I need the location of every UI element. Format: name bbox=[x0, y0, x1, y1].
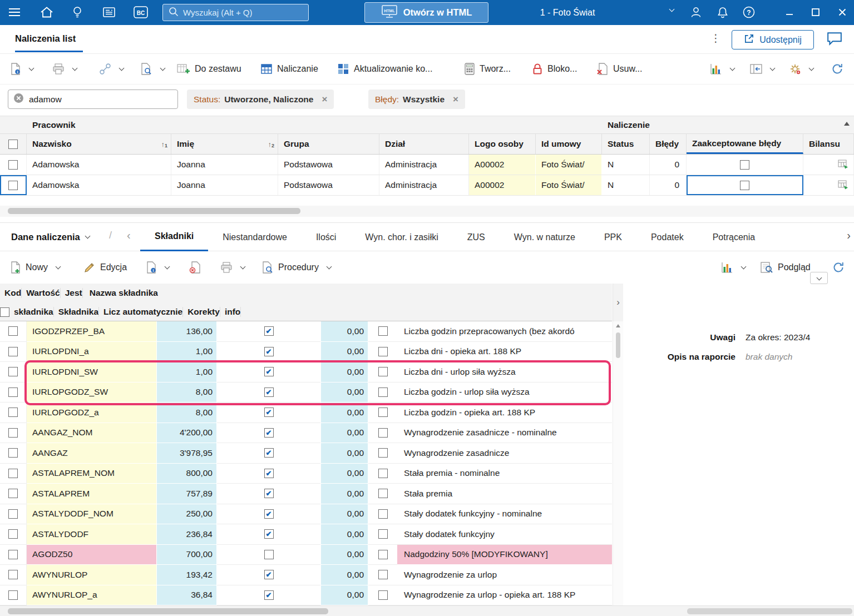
licz-checkbox[interactable] bbox=[264, 367, 274, 376]
cell-jest-info[interactable] bbox=[368, 362, 397, 382]
cell-licz-automatycznie[interactable] bbox=[217, 504, 320, 525]
nowy-button[interactable]: Nowy bbox=[10, 261, 60, 274]
chat-icon[interactable] bbox=[827, 32, 842, 48]
row-selector[interactable] bbox=[0, 443, 27, 464]
row-checkbox[interactable] bbox=[8, 448, 18, 458]
tab-wyn-w-naturze[interactable]: Wyn. w naturze bbox=[500, 223, 590, 251]
detail-refresh-icon[interactable] bbox=[832, 261, 845, 274]
row-selector[interactable] bbox=[0, 484, 27, 504]
scrollbar-thumb[interactable] bbox=[616, 332, 620, 358]
scrollbar-thumb[interactable] bbox=[8, 608, 328, 614]
col-licz-automatycznie[interactable]: Licz automatycznie bbox=[99, 307, 183, 317]
col-bledy[interactable]: Błędy bbox=[650, 134, 687, 154]
tab-naliczenia-list[interactable]: Naliczenia list bbox=[15, 25, 76, 52]
edycja-button[interactable]: Edycja bbox=[83, 261, 127, 274]
company-selector[interactable]: 1 - Foto Świat bbox=[512, 0, 623, 25]
licz-checkbox[interactable] bbox=[264, 448, 274, 458]
licz-checkbox[interactable] bbox=[264, 570, 274, 579]
col-bilansu[interactable]: Bilansu bbox=[803, 134, 854, 154]
maximize-icon[interactable] bbox=[809, 6, 822, 18]
select-all-checkbox[interactable] bbox=[0, 134, 27, 154]
settings-gear-button[interactable] bbox=[789, 63, 813, 75]
licz-checkbox[interactable] bbox=[264, 469, 274, 478]
cell-jest-info[interactable] bbox=[368, 403, 397, 423]
row-checkbox[interactable] bbox=[8, 550, 18, 559]
news-icon[interactable] bbox=[102, 6, 116, 18]
tab-wyn-chor-i-zasiłki[interactable]: Wyn. chor. i zasiłki bbox=[351, 223, 452, 251]
usuwanie-button[interactable]: Usuw... bbox=[596, 63, 642, 75]
info-checkbox[interactable] bbox=[378, 529, 388, 539]
col-kod-line2[interactable]: składnika bbox=[9, 307, 54, 317]
row-selector[interactable] bbox=[0, 545, 27, 565]
component-row[interactable]: ASTALYDODF_NOM 250,00 0,00 Stały dodatek… bbox=[0, 504, 612, 525]
opis-value[interactable]: brak danych bbox=[746, 352, 792, 362]
cell-jest-info[interactable] bbox=[368, 423, 397, 444]
naliczanie-button[interactable]: Naliczanie bbox=[260, 63, 318, 75]
cell-licz-automatycznie[interactable] bbox=[217, 464, 320, 484]
cell-licz-automatycznie[interactable] bbox=[217, 524, 320, 545]
component-row[interactable]: IURLOPGODZ_SW 8,00 0,00 Liczba godzin - … bbox=[0, 382, 612, 403]
row-checkbox[interactable] bbox=[8, 181, 18, 190]
cell-licz-automatycznie[interactable] bbox=[217, 443, 320, 464]
row-checkbox[interactable] bbox=[8, 529, 18, 539]
employee-row[interactable]: Adamowska Joanna Podstawowa Administracj… bbox=[0, 155, 854, 175]
row-selector[interactable] bbox=[0, 362, 27, 382]
home-icon[interactable] bbox=[40, 6, 53, 18]
col-grupa[interactable]: Grupa bbox=[278, 134, 379, 154]
row-checkbox[interactable] bbox=[8, 469, 18, 478]
column-options-icon[interactable] bbox=[844, 122, 850, 126]
user-icon[interactable] bbox=[690, 6, 702, 18]
panel-expander-button[interactable] bbox=[810, 272, 828, 284]
col-logo-osoby[interactable]: Logo osoby bbox=[469, 134, 536, 154]
row-checkbox[interactable] bbox=[8, 489, 18, 498]
cell-zaakceptowane-bledy[interactable] bbox=[687, 175, 803, 195]
info-checkbox[interactable] bbox=[378, 428, 388, 438]
clear-filter-icon[interactable] bbox=[13, 93, 24, 106]
licz-checkbox[interactable] bbox=[264, 550, 274, 559]
detail-title[interactable]: Dane naliczenia bbox=[11, 223, 90, 251]
detail-chart-button[interactable] bbox=[721, 261, 746, 274]
row-checkbox[interactable] bbox=[8, 408, 18, 417]
row-checkbox[interactable] bbox=[8, 590, 18, 600]
employee-row[interactable]: Adamowska Joanna Podstawowa Administracj… bbox=[0, 175, 854, 196]
info-checkbox[interactable] bbox=[378, 590, 388, 600]
cell-jest-info[interactable] bbox=[368, 484, 397, 504]
cell-licz-automatycznie[interactable] bbox=[217, 565, 320, 585]
cell-jest-info[interactable] bbox=[368, 464, 397, 484]
component-row[interactable]: IURLOPGODZ_a 8,00 0,00 Liczba godzin - o… bbox=[0, 403, 612, 423]
row-checkbox[interactable] bbox=[8, 326, 18, 336]
tab-niestandardowe[interactable]: Niestandardowe bbox=[208, 223, 302, 251]
tworzenie-button[interactable]: Tworz... bbox=[464, 63, 511, 75]
accepted-errors-checkbox[interactable] bbox=[740, 160, 749, 170]
row-selector[interactable] bbox=[0, 524, 27, 545]
row-checkbox[interactable] bbox=[8, 388, 18, 397]
info-checkbox[interactable] bbox=[378, 367, 388, 376]
cell-jest-info[interactable] bbox=[368, 443, 397, 464]
info-checkbox[interactable] bbox=[378, 448, 388, 458]
filter-chip-status[interactable]: Status: Utworzone, Naliczone × bbox=[187, 90, 334, 109]
tabs-scroll-left-icon[interactable]: ‹ bbox=[127, 229, 131, 242]
info-checkbox[interactable] bbox=[378, 388, 388, 397]
col-dzial[interactable]: Dział bbox=[379, 134, 469, 154]
col-jest-line2[interactable]: info bbox=[220, 307, 241, 317]
component-row[interactable]: ASTALYDODF 236,84 0,00 Stały dodatek fun… bbox=[0, 524, 612, 545]
share-button[interactable]: Udostępnij bbox=[732, 30, 814, 49]
tab-podatek[interactable]: Podatek bbox=[636, 223, 698, 251]
row-checkbox[interactable] bbox=[8, 509, 18, 519]
row-checkbox[interactable] bbox=[8, 367, 18, 376]
document-search-button[interactable] bbox=[140, 63, 165, 75]
cell-jest-info[interactable] bbox=[368, 524, 397, 545]
row-selector[interactable] bbox=[0, 175, 27, 195]
info-checkbox[interactable] bbox=[378, 347, 388, 356]
close-icon[interactable] bbox=[836, 6, 848, 18]
row-selector[interactable] bbox=[0, 423, 27, 444]
chip-close-icon[interactable]: × bbox=[453, 94, 458, 105]
refresh-icon[interactable] bbox=[831, 63, 843, 75]
component-row[interactable]: AGODZ50 700,00 0,00 Nadgodziny 50% [MODY… bbox=[0, 545, 612, 565]
tabs-scroll-right-icon[interactable]: › bbox=[847, 229, 851, 242]
do-zestawu-button[interactable]: Do zestawu bbox=[177, 63, 241, 75]
delete-row-button[interactable] bbox=[189, 261, 201, 274]
row-selector[interactable] bbox=[0, 321, 27, 342]
col-jest-line1[interactable]: Jest bbox=[61, 288, 83, 298]
row-selector[interactable] bbox=[0, 342, 27, 362]
